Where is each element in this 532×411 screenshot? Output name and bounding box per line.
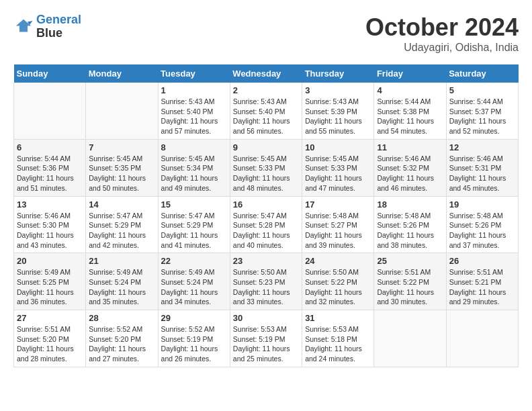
column-header-friday: Friday <box>374 64 446 83</box>
day-number: 29 <box>161 313 227 323</box>
calendar-cell: 28Sunrise: 5:52 AMSunset: 5:20 PMDayligh… <box>86 310 158 367</box>
day-number: 10 <box>305 142 371 152</box>
calendar-cell: 21Sunrise: 5:49 AMSunset: 5:24 PMDayligh… <box>86 253 158 310</box>
calendar-cell <box>86 83 158 139</box>
day-info: Sunrise: 5:48 AMSunset: 5:27 PMDaylight:… <box>305 211 371 250</box>
day-info: Sunrise: 5:45 AMSunset: 5:33 PMDaylight:… <box>233 154 299 193</box>
day-info: Sunrise: 5:49 AMSunset: 5:24 PMDaylight:… <box>89 267 154 307</box>
calendar-cell: 11Sunrise: 5:46 AMSunset: 5:32 PMDayligh… <box>374 139 446 196</box>
column-header-saturday: Saturday <box>446 64 518 83</box>
day-info: Sunrise: 5:45 AMSunset: 5:35 PMDaylight:… <box>89 154 154 193</box>
day-number: 30 <box>233 313 299 323</box>
day-number: 13 <box>17 199 83 210</box>
calendar-week-4: 20Sunrise: 5:49 AMSunset: 5:25 PMDayligh… <box>14 253 519 310</box>
calendar-cell: 7Sunrise: 5:45 AMSunset: 5:35 PMDaylight… <box>86 139 158 196</box>
logo-icon <box>13 17 34 37</box>
calendar-cell: 3Sunrise: 5:43 AMSunset: 5:39 PMDaylight… <box>302 83 374 139</box>
day-info: Sunrise: 5:43 AMSunset: 5:39 PMDaylight:… <box>305 97 371 136</box>
day-number: 5 <box>449 85 515 95</box>
day-number: 28 <box>89 313 154 323</box>
calendar-cell <box>374 310 446 367</box>
svg-marker-0 <box>16 19 32 32</box>
day-info: Sunrise: 5:48 AMSunset: 5:26 PMDaylight:… <box>449 211 515 250</box>
day-number: 20 <box>17 256 83 266</box>
day-number: 31 <box>305 313 371 323</box>
day-info: Sunrise: 5:51 AMSunset: 5:22 PMDaylight:… <box>377 267 443 307</box>
calendar-week-3: 13Sunrise: 5:46 AMSunset: 5:30 PMDayligh… <box>14 196 519 253</box>
day-number: 7 <box>89 142 154 152</box>
day-info: Sunrise: 5:49 AMSunset: 5:25 PMDaylight:… <box>17 267 83 307</box>
calendar-cell: 18Sunrise: 5:48 AMSunset: 5:26 PMDayligh… <box>374 196 446 253</box>
calendar-cell: 24Sunrise: 5:50 AMSunset: 5:22 PMDayligh… <box>302 253 374 310</box>
day-number: 3 <box>305 85 371 95</box>
calendar-cell: 19Sunrise: 5:48 AMSunset: 5:26 PMDayligh… <box>446 196 518 253</box>
calendar-cell: 5Sunrise: 5:44 AMSunset: 5:37 PMDaylight… <box>446 83 518 139</box>
calendar-cell: 17Sunrise: 5:48 AMSunset: 5:27 PMDayligh… <box>302 196 374 253</box>
header-row: SundayMondayTuesdayWednesdayThursdayFrid… <box>14 64 519 83</box>
calendar-cell: 6Sunrise: 5:44 AMSunset: 5:36 PMDaylight… <box>14 139 86 196</box>
column-header-sunday: Sunday <box>14 64 86 83</box>
day-info: Sunrise: 5:47 AMSunset: 5:28 PMDaylight:… <box>233 211 299 250</box>
day-info: Sunrise: 5:53 AMSunset: 5:19 PMDaylight:… <box>233 324 299 364</box>
calendar-cell: 4Sunrise: 5:44 AMSunset: 5:38 PMDaylight… <box>374 83 446 139</box>
calendar-cell: 30Sunrise: 5:53 AMSunset: 5:19 PMDayligh… <box>230 310 302 367</box>
location-title: Udayagiri, Odisha, India <box>365 42 519 54</box>
calendar-cell: 23Sunrise: 5:50 AMSunset: 5:23 PMDayligh… <box>230 253 302 310</box>
day-info: Sunrise: 5:49 AMSunset: 5:24 PMDaylight:… <box>161 267 227 307</box>
day-info: Sunrise: 5:44 AMSunset: 5:38 PMDaylight:… <box>377 97 443 136</box>
day-number: 12 <box>449 142 515 152</box>
day-info: Sunrise: 5:46 AMSunset: 5:31 PMDaylight:… <box>449 154 515 193</box>
day-number: 8 <box>161 142 227 152</box>
calendar-cell <box>14 83 86 139</box>
day-info: Sunrise: 5:48 AMSunset: 5:26 PMDaylight:… <box>377 211 443 250</box>
title-area: October 2024 Udayagiri, Odisha, India <box>365 13 519 54</box>
day-info: Sunrise: 5:43 AMSunset: 5:40 PMDaylight:… <box>161 97 227 136</box>
day-info: Sunrise: 5:51 AMSunset: 5:20 PMDaylight:… <box>17 324 83 364</box>
day-number: 2 <box>233 85 299 95</box>
column-header-tuesday: Tuesday <box>158 64 230 83</box>
calendar-cell: 8Sunrise: 5:45 AMSunset: 5:34 PMDaylight… <box>158 139 230 196</box>
calendar-cell: 25Sunrise: 5:51 AMSunset: 5:22 PMDayligh… <box>374 253 446 310</box>
calendar-cell <box>446 310 518 367</box>
column-header-thursday: Thursday <box>302 64 374 83</box>
day-number: 24 <box>305 256 371 266</box>
day-number: 18 <box>377 199 443 210</box>
day-number: 19 <box>449 199 515 210</box>
calendar-cell: 16Sunrise: 5:47 AMSunset: 5:28 PMDayligh… <box>230 196 302 253</box>
day-number: 15 <box>161 199 227 210</box>
day-number: 1 <box>161 85 227 95</box>
logo: GeneralBlue <box>13 13 81 40</box>
calendar-cell: 27Sunrise: 5:51 AMSunset: 5:20 PMDayligh… <box>14 310 86 367</box>
day-info: Sunrise: 5:50 AMSunset: 5:22 PMDaylight:… <box>305 267 371 307</box>
day-info: Sunrise: 5:52 AMSunset: 5:20 PMDaylight:… <box>89 324 154 364</box>
calendar-table: SundayMondayTuesdayWednesdayThursdayFrid… <box>13 64 519 367</box>
calendar-cell: 13Sunrise: 5:46 AMSunset: 5:30 PMDayligh… <box>14 196 86 253</box>
day-info: Sunrise: 5:46 AMSunset: 5:30 PMDaylight:… <box>17 211 83 250</box>
page-header: GeneralBlue October 2024 Udayagiri, Odis… <box>13 13 519 54</box>
calendar-cell: 31Sunrise: 5:53 AMSunset: 5:18 PMDayligh… <box>302 310 374 367</box>
day-info: Sunrise: 5:51 AMSunset: 5:21 PMDaylight:… <box>449 267 515 307</box>
calendar-cell: 20Sunrise: 5:49 AMSunset: 5:25 PMDayligh… <box>14 253 86 310</box>
day-info: Sunrise: 5:47 AMSunset: 5:29 PMDaylight:… <box>89 211 154 250</box>
day-number: 6 <box>17 142 83 152</box>
day-info: Sunrise: 5:50 AMSunset: 5:23 PMDaylight:… <box>233 267 299 307</box>
day-number: 23 <box>233 256 299 266</box>
logo-text: GeneralBlue <box>36 13 81 40</box>
column-header-wednesday: Wednesday <box>230 64 302 83</box>
calendar-cell: 12Sunrise: 5:46 AMSunset: 5:31 PMDayligh… <box>446 139 518 196</box>
day-number: 21 <box>89 256 154 266</box>
day-number: 27 <box>17 313 83 323</box>
calendar-cell: 29Sunrise: 5:52 AMSunset: 5:19 PMDayligh… <box>158 310 230 367</box>
day-info: Sunrise: 5:45 AMSunset: 5:34 PMDaylight:… <box>161 154 227 193</box>
day-info: Sunrise: 5:52 AMSunset: 5:19 PMDaylight:… <box>161 324 227 364</box>
calendar-cell: 26Sunrise: 5:51 AMSunset: 5:21 PMDayligh… <box>446 253 518 310</box>
day-number: 25 <box>377 256 443 266</box>
day-info: Sunrise: 5:43 AMSunset: 5:40 PMDaylight:… <box>233 97 299 136</box>
day-info: Sunrise: 5:47 AMSunset: 5:29 PMDaylight:… <box>161 211 227 250</box>
day-info: Sunrise: 5:44 AMSunset: 5:36 PMDaylight:… <box>17 154 83 193</box>
day-number: 14 <box>89 199 154 210</box>
calendar-cell: 2Sunrise: 5:43 AMSunset: 5:40 PMDaylight… <box>230 83 302 139</box>
day-number: 17 <box>305 199 371 210</box>
calendar-week-5: 27Sunrise: 5:51 AMSunset: 5:20 PMDayligh… <box>14 310 519 367</box>
day-info: Sunrise: 5:44 AMSunset: 5:37 PMDaylight:… <box>449 97 515 136</box>
